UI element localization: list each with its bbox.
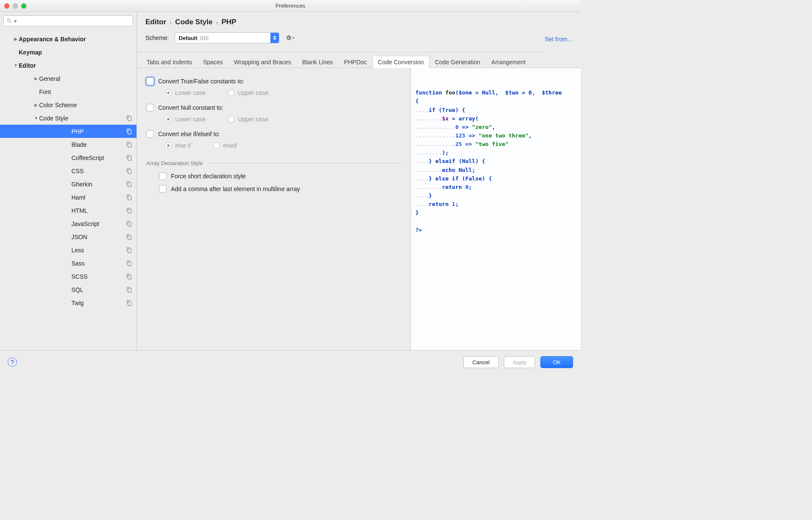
titlebar: Preferences (0, 0, 581, 12)
elseif-1-radio[interactable]: else if (165, 142, 191, 149)
convert-elseif-label: Convert else if/elseif to: (158, 131, 220, 137)
truefalse-upper-radio[interactable]: Upper case (228, 89, 269, 96)
tree-arrow-icon: ▼ (13, 63, 19, 68)
convert-truefalse-label: Convert True/False constants to: (158, 78, 244, 85)
tree-item-php[interactable]: PHP (0, 125, 136, 138)
tree-arrow-icon: ▶ (33, 76, 39, 81)
breadcrumb-editor[interactable]: Editor (145, 18, 166, 26)
tree-item-font[interactable]: Font (0, 85, 136, 98)
tree-item-twig[interactable]: Twig (0, 296, 136, 309)
copy-icon[interactable] (126, 221, 132, 227)
tab-spaces[interactable]: Spaces (198, 56, 229, 68)
tab-arrangement[interactable]: Arrangement (486, 56, 531, 68)
scheme-value: Default (179, 35, 197, 41)
settings-tree: ▶Appearance & BehaviorKeymap▼Editor▶Gene… (0, 30, 136, 350)
copy-icon[interactable] (126, 168, 132, 174)
copy-icon[interactable] (126, 260, 132, 266)
gear-icon[interactable]: ▾ (285, 34, 295, 41)
array-section-label: Array Declaration Style (146, 160, 401, 166)
breadcrumb-codestyle[interactable]: Code Style (175, 18, 213, 26)
tree-item-sql[interactable]: SQL (0, 283, 136, 296)
tab-tabs-and-indents[interactable]: Tabs and Indents (141, 56, 198, 68)
tree-arrow-icon: ▶ (13, 37, 19, 41)
force-short-label: Force short declaration style (171, 173, 246, 180)
window-title: Preferences (0, 3, 581, 9)
sidebar: ▾ ▶Appearance & BehaviorKeymap▼Editor▶Ge… (0, 12, 137, 350)
tree-arrow-icon: ▼ (33, 116, 39, 120)
cancel-button[interactable]: Cancel (463, 356, 498, 368)
form-panel: Convert True/False constants to: Lower c… (137, 68, 411, 350)
add-comma-checkbox[interactable] (159, 185, 167, 193)
chevron-right-icon: › (216, 19, 218, 26)
tree-item-less[interactable]: Less (0, 243, 136, 257)
convert-null-checkbox[interactable] (146, 104, 154, 111)
copy-icon[interactable] (126, 129, 132, 134)
tabs: Tabs and IndentsSpacesWrapping and Brace… (137, 52, 581, 68)
copy-icon[interactable] (126, 247, 132, 253)
code-preview: function foo($one = Null, $two = 0, $thr… (411, 68, 581, 350)
tab-phpdoc[interactable]: PHPDoc (338, 56, 372, 68)
force-short-checkbox[interactable] (159, 172, 167, 180)
search-input[interactable]: ▾ (3, 15, 133, 26)
tree-item-gherkin[interactable]: Gherkin (0, 177, 136, 191)
ok-button[interactable]: OK (540, 356, 573, 368)
copy-icon[interactable] (126, 142, 132, 148)
tree-item-code-style[interactable]: ▼Code Style (0, 111, 136, 125)
scheme-scope: IDE (200, 35, 209, 41)
apply-button[interactable]: Apply (504, 356, 536, 368)
scheme-label: Scheme: (145, 34, 169, 41)
tree-item-color-scheme[interactable]: ▶Color Scheme (0, 98, 136, 111)
copy-icon[interactable] (126, 274, 132, 280)
tab-blank-lines[interactable]: Blank Lines (297, 56, 338, 68)
select-caret-icon (270, 33, 279, 43)
tree-item-css[interactable]: CSS (0, 164, 136, 177)
footer: ? Cancel Apply OK (0, 350, 581, 374)
search-icon (6, 18, 12, 24)
convert-null-label: Convert Null constant to: (158, 104, 223, 111)
copy-icon[interactable] (126, 287, 132, 293)
null-lower-radio[interactable]: Lower case (165, 116, 206, 123)
tree-item-sass[interactable]: Sass (0, 257, 136, 270)
breadcrumb-php: PHP (221, 18, 236, 26)
copy-icon[interactable] (126, 155, 132, 161)
chevron-down-icon: ▾ (14, 18, 17, 24)
tree-item-html[interactable]: HTML (0, 204, 136, 217)
set-from-link[interactable]: Set from... (545, 12, 572, 52)
tree-item-coffeescript[interactable]: CoffeeScript (0, 151, 136, 164)
convert-elseif-checkbox[interactable] (146, 130, 154, 138)
tree-item-javascript[interactable]: JavaScript (0, 217, 136, 230)
copy-icon[interactable] (126, 115, 132, 121)
truefalse-lower-radio[interactable]: Lower case (165, 89, 206, 96)
copy-icon[interactable] (126, 208, 132, 214)
main-panel: Editor › Code Style › PHP Scheme: Defaul… (137, 12, 581, 350)
scheme-select[interactable]: Default IDE (175, 32, 279, 43)
add-comma-label: Add a comma after last element in multil… (171, 186, 300, 192)
tree-item-haml[interactable]: Haml (0, 191, 136, 204)
tree-item-keymap[interactable]: Keymap (0, 46, 136, 59)
help-button[interactable]: ? (8, 357, 17, 367)
copy-icon[interactable] (126, 194, 132, 200)
tree-item-blade[interactable]: Blade (0, 138, 136, 151)
tree-item-general[interactable]: ▶General (0, 72, 136, 85)
tree-arrow-icon: ▶ (33, 103, 39, 107)
chevron-right-icon: › (170, 19, 172, 26)
copy-icon[interactable] (126, 234, 132, 240)
tab-wrapping-and-braces[interactable]: Wrapping and Braces (228, 56, 296, 68)
tab-code-generation[interactable]: Code Generation (429, 56, 486, 68)
breadcrumb: Editor › Code Style › PHP (137, 12, 545, 30)
tree-item-appearance-behavior[interactable]: ▶Appearance & Behavior (0, 32, 136, 46)
tree-item-scss[interactable]: SCSS (0, 270, 136, 283)
copy-icon[interactable] (126, 181, 132, 187)
tab-code-conversion[interactable]: Code Conversion (372, 56, 429, 68)
null-upper-radio[interactable]: Upper case (228, 116, 269, 123)
convert-truefalse-checkbox[interactable] (146, 77, 154, 85)
tree-item-editor[interactable]: ▼Editor (0, 59, 136, 72)
copy-icon[interactable] (126, 300, 132, 306)
tree-item-json[interactable]: JSON (0, 230, 136, 243)
elseif-2-radio[interactable]: elseif (213, 142, 237, 149)
